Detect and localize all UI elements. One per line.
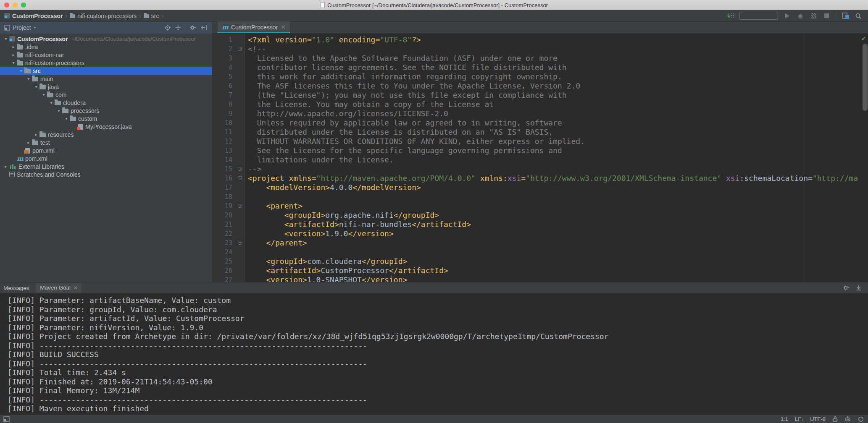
console-line: [INFO] ---------------------------------… — [8, 359, 868, 368]
close-tab-icon[interactable]: ✕ — [281, 24, 286, 30]
tree-item-External Libraries[interactable]: ▸External Libraries — [0, 162, 212, 170]
code-line[interactable]: 2<!-- — [212, 44, 868, 54]
code-line[interactable]: 11 distributed under the License is dist… — [212, 128, 868, 137]
fold-marker-icon[interactable] — [238, 47, 242, 51]
tree-item-src[interactable]: ▾src — [0, 67, 212, 75]
fold-marker-icon[interactable] — [238, 176, 242, 180]
code-line[interactable]: 7 (the "License"); you may not use this … — [212, 91, 868, 100]
expand-arrow-icon[interactable]: ▾ — [25, 76, 32, 81]
debug-icon[interactable] — [797, 12, 804, 20]
code-line[interactable]: 26 <artifactId>CustomProcessor</artifact… — [212, 266, 868, 275]
tree-item-main[interactable]: ▾main — [0, 75, 212, 83]
maven-file-icon: m — [222, 24, 228, 30]
inspection-ok-checkmark-icon[interactable]: ✔ — [861, 35, 866, 42]
expand-arrow-icon[interactable]: ▸ — [10, 52, 17, 57]
console-output[interactable]: [INFO] Parameter: artifactBaseName, Valu… — [0, 293, 868, 415]
tree-item-nifi-custom-nar[interactable]: ▸nifi-custom-nar — [0, 51, 212, 59]
breadcrumb-item-src[interactable]: src — [144, 13, 159, 19]
code-line[interactable]: 25 <groupId>com.cloudera</groupId> — [212, 257, 868, 266]
tree-item-custom[interactable]: ▾custom — [0, 115, 212, 123]
breadcrumb-item-CustomProcessor[interactable]: CustomProcessor — [4, 13, 63, 19]
code-line[interactable]: 15--> — [212, 164, 868, 174]
maven-goal-tab[interactable]: Maven Goal ✕ — [36, 283, 81, 292]
stop-icon[interactable] — [823, 12, 830, 20]
expand-arrow-icon[interactable]: ▾ — [40, 92, 47, 97]
tool-windows-icon[interactable] — [3, 416, 10, 422]
expand-arrow-icon[interactable]: ▾ — [3, 37, 9, 41]
code-line[interactable]: 6 The ASF licenses this file to You unde… — [212, 81, 868, 91]
code-line[interactable]: 3 Licensed to the Apache Software Founda… — [212, 54, 868, 63]
expand-arrow-icon[interactable]: ▸ — [10, 44, 17, 49]
code-line[interactable]: 8 the License. You may obtain a copy of … — [212, 100, 868, 109]
run-with-coverage-icon[interactable] — [810, 12, 817, 20]
expand-arrow-icon[interactable]: ▾ — [18, 68, 24, 73]
tree-item-resources[interactable]: ▸resources — [0, 131, 212, 138]
chevron-down-icon[interactable] — [34, 27, 36, 29]
code-line[interactable]: 13 See the License for the specific lang… — [212, 146, 868, 155]
code-text: <artifactId>CustomProcessor</artifactId> — [245, 266, 448, 275]
expand-arrow-icon[interactable]: ▸ — [33, 132, 39, 137]
code-line[interactable]: 5 this work for additional information r… — [212, 72, 868, 81]
code-line[interactable]: 14 limitations under the License. — [212, 155, 868, 164]
breadcrumb-item-nifi-custom-processors[interactable]: nifi-custom-processors — [70, 13, 137, 19]
expand-arrow-icon[interactable]: ▾ — [10, 60, 17, 65]
fold-marker-icon[interactable] — [238, 241, 242, 245]
tree-item-cloudera[interactable]: ▾cloudera — [0, 99, 212, 107]
fold-marker-icon[interactable] — [238, 204, 242, 208]
hector-inspections-icon[interactable] — [844, 416, 851, 422]
expand-arrow-icon[interactable]: ▾ — [63, 116, 70, 121]
code-line[interactable]: 19 <parent> — [212, 201, 868, 211]
encoding-selector[interactable]: UTF-8 — [810, 416, 826, 422]
tree-item-java[interactable]: ▾java — [0, 83, 212, 91]
hide-panel-icon[interactable] — [855, 285, 862, 291]
tree-item-pom.xml[interactable]: pom.xml — [0, 146, 212, 154]
collapse-all-icon[interactable] — [175, 24, 181, 31]
code-line[interactable]: 22 <version>1.9.0</version> — [212, 229, 868, 238]
tree-item-MyProcessor.java[interactable]: MyProcessor.java — [0, 123, 212, 131]
code-line[interactable]: 4 contributor license agreements. See th… — [212, 63, 868, 72]
expand-arrow-icon[interactable]: ▾ — [48, 100, 55, 105]
code-line[interactable]: 21 <artifactId>nifi-nar-bundles</artifac… — [212, 220, 868, 229]
tree-item-com[interactable]: ▾com — [0, 91, 212, 99]
code-line[interactable]: 24 — [212, 248, 868, 257]
code-line[interactable]: 9 http://www.apache.org/licenses/LICENSE… — [212, 109, 868, 118]
tree-item-nifi-custom-processors[interactable]: ▾nifi-custom-processors — [0, 59, 212, 67]
close-tab-icon[interactable]: ✕ — [74, 286, 78, 290]
tree-item-pom.xml[interactable]: mpom.xml — [0, 154, 212, 162]
code-line[interactable]: 17 <modelVersion>4.0.0</modelVersion> — [212, 183, 868, 192]
code-line[interactable]: 18 — [212, 192, 868, 201]
fold-marker-icon[interactable] — [238, 167, 242, 171]
tree-item-Scratches and Consoles[interactable]: Scratches and Consoles — [0, 170, 212, 178]
lock-open-icon[interactable] — [832, 416, 838, 422]
project-structure-icon[interactable] — [842, 12, 849, 20]
editor-scrollbar-thumb[interactable] — [863, 44, 868, 111]
code-line[interactable]: 10 Unless required by applicable law or … — [212, 118, 868, 128]
project-tool-window-header[interactable]: Project — [0, 22, 212, 34]
code-editor[interactable]: 1<?xml version="1.0" encoding="UTF-8"?>2… — [212, 34, 868, 282]
code-line[interactable]: 12 WITHOUT WARRANTIES OR CONDITIONS OF A… — [212, 137, 868, 146]
code-line[interactable]: 20 <groupId>org.apache.nifi</groupId> — [212, 211, 868, 220]
tree-item-test[interactable]: ▸test — [0, 138, 212, 146]
settings-gear-icon[interactable] — [189, 24, 197, 31]
code-line[interactable]: 23 </parent> — [212, 238, 868, 248]
expand-arrow-icon[interactable]: ▾ — [55, 108, 62, 113]
tree-item-processors[interactable]: ▾processors — [0, 107, 212, 115]
tree-item-CustomProcessor[interactable]: ▾CustomProcessor~/Documents/Cloudera/jav… — [0, 35, 212, 43]
run-icon[interactable] — [784, 12, 791, 20]
locate-icon[interactable] — [164, 24, 171, 31]
line-separator-selector[interactable]: LF↕ — [795, 416, 803, 422]
editor-tab-customprocessor[interactable]: m CustomProcessor ✕ — [218, 21, 290, 33]
expand-arrow-icon[interactable]: ▾ — [33, 84, 39, 89]
code-line[interactable]: 1<?xml version="1.0" encoding="UTF-8"?> — [212, 35, 868, 44]
search-icon[interactable] — [855, 12, 862, 20]
vcs-update-icon[interactable] — [726, 12, 734, 20]
tree-item-.idea[interactable]: ▸.idea — [0, 43, 212, 51]
run-configurations-combo[interactable] — [739, 12, 778, 20]
code-line[interactable]: 16<project xmlns="http://maven.apache.or… — [212, 174, 868, 183]
hide-panel-icon[interactable] — [201, 24, 208, 31]
notifications-icon[interactable] — [858, 416, 864, 422]
expand-arrow-icon[interactable]: ▸ — [3, 164, 9, 169]
expand-arrow-icon[interactable]: ▸ — [25, 140, 32, 145]
settings-gear-icon[interactable] — [843, 285, 850, 291]
code-line[interactable]: 27 <version>1.0-SNAPSHOT</version> — [212, 275, 868, 282]
